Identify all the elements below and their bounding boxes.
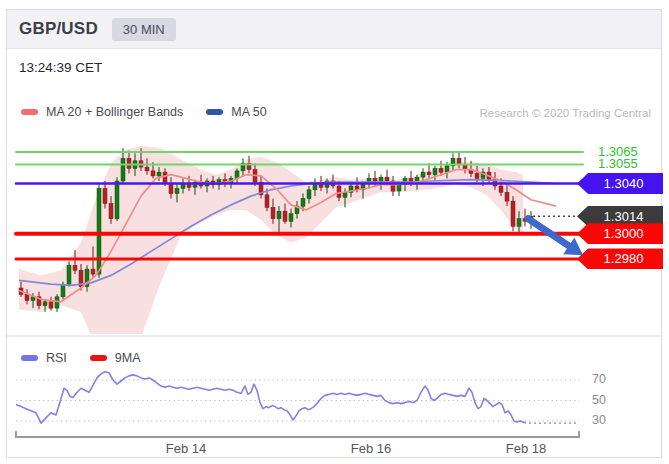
- candle-body: [103, 189, 107, 204]
- candle-body: [73, 265, 77, 270]
- candle-body: [145, 167, 149, 171]
- candle-body: [433, 168, 437, 174]
- candle-body: [109, 204, 113, 219]
- candle-body: [151, 171, 155, 176]
- x-axis-label-feb-16: Feb 16: [351, 441, 391, 456]
- candle-body: [115, 181, 119, 219]
- candle-body: [307, 190, 311, 199]
- candle-body: [283, 211, 287, 221]
- candle-body: [511, 201, 515, 226]
- candle-body: [337, 186, 341, 197]
- candle-body: [505, 192, 509, 201]
- candle-body: [97, 189, 101, 275]
- trading-central-chart-card: GBP/USD 30 MIN 13:24:39 CET MA 20 + Boll…: [6, 9, 662, 458]
- price-level-tag-1.2980: 1.2980: [577, 248, 663, 269]
- candle-body: [67, 265, 71, 284]
- candle-body: [475, 173, 479, 178]
- candle-body: [427, 172, 431, 175]
- candle-body: [157, 172, 161, 176]
- candle-body: [121, 158, 125, 181]
- candle-body: [271, 207, 275, 218]
- x-axis-label-feb-14: Feb 14: [166, 441, 206, 456]
- candlestick-rsi-chart: [7, 10, 663, 459]
- candle-body: [499, 186, 503, 192]
- candle-body: [175, 189, 179, 194]
- price-level-tag-1.3040: 1.3040: [577, 173, 663, 194]
- candle-body: [127, 158, 131, 168]
- candle-body: [439, 168, 443, 172]
- candle-body: [163, 172, 167, 183]
- candle-body: [55, 297, 59, 308]
- candle-body: [301, 199, 305, 207]
- candle-body: [169, 184, 173, 194]
- candle-body: [277, 211, 281, 219]
- x-axis: [16, 431, 579, 437]
- price-level-tag-1.3000: 1.3000: [577, 223, 663, 244]
- candle-body: [43, 302, 47, 306]
- candle-body: [397, 185, 401, 191]
- candle-body: [289, 214, 293, 222]
- rsi-tick-50: 50: [592, 393, 606, 407]
- candle-body: [445, 166, 449, 172]
- candle-body: [517, 219, 521, 227]
- candle-body: [91, 269, 95, 274]
- price-level-label-1.3055: 1.3055: [598, 156, 638, 171]
- rsi-tick-30: 30: [592, 413, 606, 427]
- candle-body: [385, 177, 389, 181]
- rsi-tick-70: 70: [592, 372, 606, 386]
- candle-body: [265, 195, 269, 208]
- candle-body: [421, 172, 425, 177]
- candle-body: [61, 284, 65, 297]
- candle-body: [49, 302, 53, 308]
- x-axis-label-feb-18: Feb 18: [506, 441, 546, 456]
